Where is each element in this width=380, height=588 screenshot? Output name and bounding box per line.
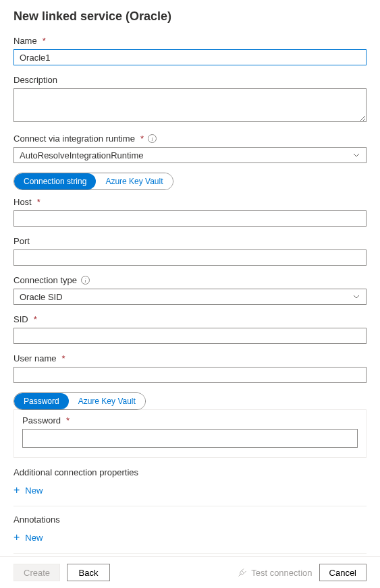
runtime-select[interactable]	[13, 147, 367, 163]
tab-password[interactable]: Password	[14, 393, 69, 409]
plus-icon: +	[13, 484, 20, 496]
divider	[13, 553, 367, 554]
info-icon[interactable]: i	[81, 276, 90, 285]
required-asterisk: *	[66, 415, 70, 425]
plug-icon	[238, 568, 247, 577]
required-asterisk: *	[43, 36, 46, 46]
connection-type-label: Connection type i	[13, 275, 367, 285]
tab-password-akv[interactable]: Azure Key Vault	[69, 393, 145, 409]
divider	[13, 506, 367, 506]
connection-source-tabs: Connection string Azure Key Vault	[13, 173, 173, 190]
port-input[interactable]	[13, 249, 367, 266]
name-label: Name*	[13, 36, 367, 46]
annotations-label: Annotations	[13, 514, 367, 525]
description-input[interactable]	[13, 88, 367, 122]
required-asterisk: *	[34, 314, 37, 324]
description-label: Description	[13, 75, 367, 85]
back-button[interactable]: Back	[67, 564, 110, 581]
test-connection-button[interactable]: Test connection	[238, 568, 312, 578]
plus-icon: +	[13, 531, 20, 543]
add-new-label: New	[25, 486, 43, 496]
add-additional-property-button[interactable]: + New	[13, 481, 367, 499]
connection-type-select[interactable]	[13, 289, 367, 305]
add-new-label: New	[25, 533, 43, 543]
sid-input[interactable]	[13, 328, 367, 344]
port-label: Port	[13, 236, 367, 246]
tab-connection-string[interactable]: Connection string	[14, 173, 96, 189]
password-input[interactable]	[22, 429, 358, 448]
additional-props-label: Additional connection properties	[13, 467, 367, 477]
footer: Create Back Test connection Cancel	[0, 556, 380, 588]
create-button: Create	[13, 564, 60, 581]
password-source-tabs: Password Azure Key Vault	[13, 392, 146, 410]
runtime-label: Connect via integration runtime* i	[13, 134, 367, 144]
name-input[interactable]	[13, 49, 367, 65]
info-icon[interactable]: i	[148, 134, 157, 143]
username-input[interactable]	[13, 367, 367, 383]
add-annotation-button[interactable]: + New	[13, 529, 367, 546]
test-connection-label: Test connection	[251, 568, 312, 578]
page-title: New linked service (Oracle)	[13, 9, 367, 24]
required-asterisk: *	[37, 197, 40, 207]
password-label: Password*	[22, 415, 358, 425]
cancel-button[interactable]: Cancel	[319, 564, 367, 581]
username-label: User name*	[13, 353, 367, 363]
host-input[interactable]	[13, 210, 367, 227]
host-label: Host*	[13, 197, 367, 207]
sid-label: SID*	[13, 314, 367, 324]
required-asterisk: *	[62, 353, 65, 363]
required-asterisk: *	[140, 134, 144, 144]
tab-azure-key-vault[interactable]: Azure Key Vault	[96, 173, 172, 189]
